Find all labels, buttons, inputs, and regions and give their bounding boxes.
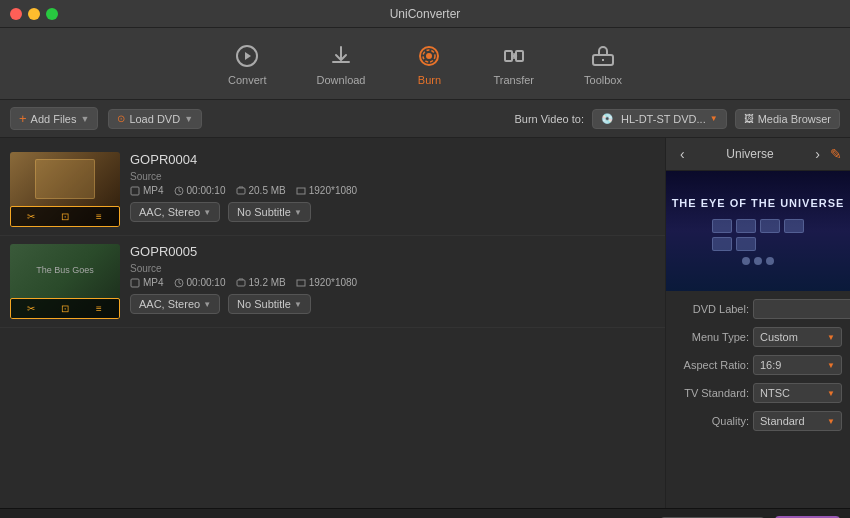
theme-icon-3	[760, 219, 780, 233]
nav-label-convert: Convert	[228, 74, 267, 86]
crop-button-0[interactable]: ⊡	[49, 210, 81, 223]
toolbar: + Add Files ▼ ⊙ Load DVD ▼ Burn Video to…	[0, 100, 850, 138]
title-bar: UniConverter	[0, 0, 850, 28]
aspect-ratio-value: 16:9	[760, 359, 781, 371]
svg-rect-15	[237, 280, 245, 286]
form-row-aspect-ratio: Aspect Ratio: 16:9 ▼	[674, 355, 842, 375]
nav-item-burn[interactable]: Burn	[405, 36, 453, 92]
source-label-1: Source	[130, 263, 655, 274]
theme-preview: THE EYE OF THE UNIVERSE	[666, 171, 850, 291]
nav-item-transfer[interactable]: Transfer	[483, 36, 544, 92]
menu-type-select[interactable]: Custom ▼	[753, 327, 842, 347]
theme-icon-2	[736, 219, 756, 233]
svg-rect-12	[297, 188, 305, 194]
quality-label: Quality:	[674, 415, 749, 427]
media-browser-button[interactable]: 🖼 Media Browser	[735, 109, 840, 129]
burn-video-target: HL-DT-ST DVD...	[621, 113, 706, 125]
maximize-button[interactable]	[46, 8, 58, 20]
svg-rect-16	[297, 280, 305, 286]
form-row-menu-type: Menu Type: Custom ▼	[674, 327, 842, 347]
svg-rect-11	[237, 188, 245, 194]
meta-format-1: MP4	[130, 277, 164, 288]
edit-theme-button[interactable]: ✎	[830, 146, 842, 162]
subtitle-caret-1: ▼	[294, 300, 302, 309]
thumbnail-1: The Bus Goes ✂ ⊡ ≡	[10, 244, 120, 319]
file-list: ✂ ⊡ ≡ GOPR0004 Source MP4 00:00:10	[0, 138, 665, 508]
transfer-icon	[500, 42, 528, 70]
thumb-tools-0: ✂ ⊡ ≡	[10, 206, 120, 227]
svg-point-3	[426, 53, 432, 59]
file-name-1: GOPR0005	[130, 244, 655, 259]
effects-button-1[interactable]: ≡	[83, 302, 115, 315]
source-meta-0: MP4 00:00:10 20.5 MB 1920*1080	[130, 185, 655, 196]
meta-size-0: 20.5 MB	[236, 185, 286, 196]
form-row-tv-standard: TV Standard: NTSC ▼	[674, 383, 842, 403]
download-icon	[327, 42, 355, 70]
theme-dot-3	[766, 257, 774, 265]
burn-video-label: Burn Video to:	[514, 113, 584, 125]
trim-button-1[interactable]: ✂	[15, 302, 47, 315]
subtitle-select-0[interactable]: No Subtitle ▼	[228, 202, 311, 222]
media-browser-label: Media Browser	[758, 113, 831, 125]
quality-caret: ▼	[827, 417, 835, 426]
quality-value: Standard	[760, 415, 805, 427]
tv-standard-label: TV Standard:	[674, 387, 749, 399]
file-item-1: The Bus Goes ✂ ⊡ ≡ GOPR0005 Source MP4	[0, 236, 665, 328]
file-info-0: GOPR0004 Source MP4 00:00:10 20.5 MB	[130, 152, 655, 222]
meta-size-1: 19.2 MB	[236, 277, 286, 288]
toolbox-icon	[589, 42, 617, 70]
minimize-button[interactable]	[28, 8, 40, 20]
panel-form: DVD Label: Menu Type: Custom ▼ Aspect Ra…	[666, 291, 850, 508]
audio-caret-0: ▼	[203, 208, 211, 217]
aspect-ratio-caret: ▼	[827, 361, 835, 370]
file-controls-1: AAC, Stereo ▼ No Subtitle ▼	[130, 294, 655, 314]
close-button[interactable]	[10, 8, 22, 20]
dvd-label-input[interactable]	[753, 299, 850, 319]
nav-item-download[interactable]: Download	[307, 36, 376, 92]
tv-standard-caret: ▼	[827, 389, 835, 398]
next-theme-button[interactable]: ›	[809, 144, 826, 164]
tv-standard-value: NTSC	[760, 387, 790, 399]
form-row-quality: Quality: Standard ▼	[674, 411, 842, 431]
nav-item-convert[interactable]: Convert	[218, 36, 277, 92]
theme-icon-5	[712, 237, 732, 251]
subtitle-select-1[interactable]: No Subtitle ▼	[228, 294, 311, 314]
source-label-0: Source	[130, 171, 655, 182]
nav-item-toolbox[interactable]: Toolbox	[574, 36, 632, 92]
svg-marker-1	[245, 52, 251, 60]
meta-duration-0: 00:00:10	[174, 185, 226, 196]
menu-type-label: Menu Type:	[674, 331, 749, 343]
window-controls	[10, 8, 58, 20]
quality-select[interactable]: Standard ▼	[753, 411, 842, 431]
aspect-ratio-label: Aspect Ratio:	[674, 359, 749, 371]
app-title: UniConverter	[390, 7, 461, 21]
toolbar-right: Burn Video to: 💿 HL-DT-ST DVD... ▼ 🖼 Med…	[514, 109, 840, 129]
tv-standard-select[interactable]: NTSC ▼	[753, 383, 842, 403]
file-info-1: GOPR0005 Source MP4 00:00:10 19.2 MB	[130, 244, 655, 314]
svg-rect-5	[505, 51, 512, 61]
crop-button-1[interactable]: ⊡	[49, 302, 81, 315]
aspect-ratio-select[interactable]: 16:9 ▼	[753, 355, 842, 375]
burn-video-select[interactable]: 💿 HL-DT-ST DVD... ▼	[592, 109, 727, 129]
theme-title: THE EYE OF THE UNIVERSE	[672, 197, 845, 209]
audio-select-0[interactable]: AAC, Stereo ▼	[130, 202, 220, 222]
subtitle-caret-0: ▼	[294, 208, 302, 217]
audio-select-1[interactable]: AAC, Stereo ▼	[130, 294, 220, 314]
source-meta-1: MP4 00:00:10 19.2 MB 1920*1080	[130, 277, 655, 288]
menu-type-caret: ▼	[827, 333, 835, 342]
theme-icons-grid	[712, 219, 804, 251]
add-files-button[interactable]: + Add Files ▼	[10, 107, 98, 130]
prev-theme-button[interactable]: ‹	[674, 144, 691, 164]
load-dvd-button[interactable]: ⊙ Load DVD ▼	[108, 109, 202, 129]
dvd-label-label: DVD Label:	[674, 303, 749, 315]
form-row-dvd-label: DVD Label:	[674, 299, 842, 319]
file-item-0: ✂ ⊡ ≡ GOPR0004 Source MP4 00:00:10	[0, 144, 665, 236]
bottom-bar: 0.03GB/4.38GB DVD 5(4.5GB) ▼ Burn	[0, 508, 850, 518]
effects-button-0[interactable]: ≡	[83, 210, 115, 223]
trim-button-0[interactable]: ✂	[15, 210, 47, 223]
svg-rect-13	[131, 279, 139, 287]
file-controls-0: AAC, Stereo ▼ No Subtitle ▼	[130, 202, 655, 222]
load-dvd-arrow[interactable]: ▼	[184, 114, 193, 124]
meta-duration-1: 00:00:10	[174, 277, 226, 288]
add-files-arrow[interactable]: ▼	[80, 114, 89, 124]
